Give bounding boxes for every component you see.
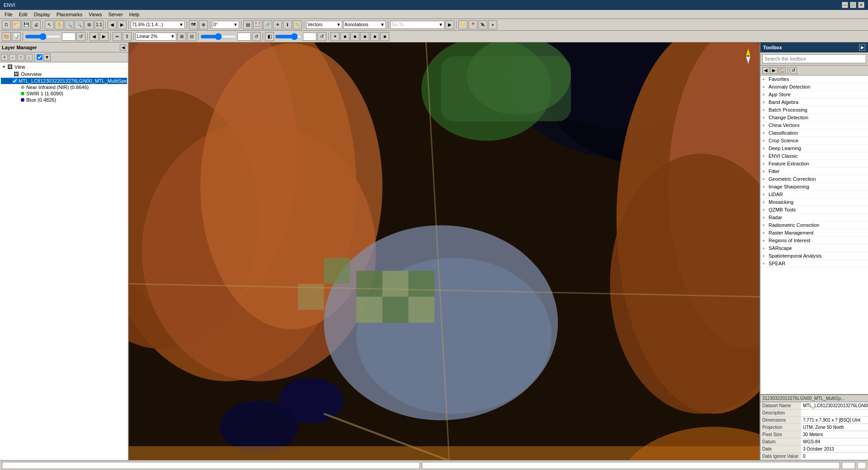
gps-btn[interactable]: 📍	[468, 20, 477, 29]
stretch-reset-btn[interactable]: ⊟	[187, 32, 196, 41]
tb-item-spear[interactable]: + SPEAR	[760, 260, 868, 268]
tb-item-mosaicking[interactable]: + Mosaicking	[760, 198, 868, 206]
close-button[interactable]: ✕	[858, 2, 864, 8]
rotation-dropdown[interactable]: 0° ▼	[212, 21, 239, 29]
map-view[interactable]: N	[129, 42, 760, 460]
tree-item-layer[interactable]: ▼ MTL_LC81230322013276LGN00_MTL_MultiSpe…	[1, 78, 127, 84]
tb-item-feature-extraction[interactable]: + Feature Extraction	[760, 160, 868, 168]
maximize-button[interactable]: □	[850, 2, 856, 8]
menu-server[interactable]: Server	[105, 11, 125, 18]
stretch-apply-btn[interactable]: ⊞	[177, 32, 186, 41]
tb-item-favorites[interactable]: + Favorites	[760, 75, 868, 83]
lm-add-btn[interactable]: +	[1, 54, 8, 61]
crosshair-btn[interactable]: ⊕	[199, 20, 208, 29]
layer-checkbox[interactable]	[12, 78, 18, 84]
color3-btn[interactable]: ■	[360, 32, 369, 41]
color4-btn[interactable]: ■	[370, 32, 379, 41]
tb-item-deep-learning[interactable]: + Deep Learning	[760, 145, 868, 152]
tb-item-china-vectors[interactable]: + China Vectors	[760, 122, 868, 129]
tb-item-roi[interactable]: + Regions of Interest	[760, 237, 868, 244]
tb-refresh-btn[interactable]: ↺	[790, 67, 797, 74]
print-btn[interactable]: 🖨	[32, 20, 41, 29]
tb-item-radar[interactable]: + Radar	[760, 214, 868, 221]
tb-item-appstore[interactable]: + App Store	[760, 91, 868, 99]
brightness-value[interactable]: 10	[237, 33, 251, 41]
menu-display[interactable]: Display	[31, 11, 53, 18]
menu-file[interactable]: File	[2, 11, 15, 18]
linear-dropdown[interactable]: Linear 2% ▼	[136, 33, 176, 41]
minimize-button[interactable]: —	[842, 2, 848, 8]
tb-item-radiometric[interactable]: + Radiometric Correction	[760, 221, 868, 229]
brightness-refresh-btn[interactable]: ↺	[252, 32, 261, 41]
refresh-btn[interactable]: ↺	[76, 32, 85, 41]
tb-item-classification[interactable]: + Classification	[760, 129, 868, 137]
color5-btn[interactable]: ■	[380, 32, 389, 41]
lm-remove-btn[interactable]: -	[9, 54, 16, 61]
zoom-out-btn[interactable]: 🔍	[75, 20, 84, 29]
tb-back-btn[interactable]: ◀	[762, 67, 769, 74]
lm-up-btn[interactable]: ↑	[17, 54, 24, 61]
zoom-fit-btn[interactable]: ⊞	[85, 20, 94, 29]
tree-item-band2[interactable]: SWIR 1 (1.6090)	[1, 90, 127, 97]
tb-item-geometric[interactable]: + Geometric Correction	[760, 175, 868, 183]
brightness-slider[interactable]	[25, 33, 61, 40]
color2-btn[interactable]: ■	[350, 32, 359, 41]
tree-item-view[interactable]: ▼ 🖼 View	[1, 63, 127, 70]
info-btn[interactable]: ℹ	[283, 20, 292, 29]
tree-item-band1[interactable]: Near Infrared (NIR) (0.8646)	[1, 84, 127, 90]
roam-btn[interactable]: 🗺	[189, 20, 198, 29]
vectors-dropdown[interactable]: Vectors ▼	[306, 21, 342, 29]
tree-item-overview[interactable]: 🖼 Overview	[1, 70, 127, 78]
new-btn[interactable]: 🗋	[2, 20, 11, 29]
link-btn[interactable]: 🔗	[263, 20, 272, 29]
tb-item-crop-science[interactable]: + Crop Science	[760, 137, 868, 145]
opacity-slider[interactable]	[275, 33, 302, 40]
satellite-btn[interactable]: 🛰	[478, 20, 487, 29]
prev-stretch-btn[interactable]: ◀	[90, 32, 99, 41]
tb-item-image-sharp[interactable]: + Image Sharpening	[760, 183, 868, 191]
menu-placemarks[interactable]: Placemarks	[54, 11, 85, 18]
goto-btn[interactable]: ▶	[445, 20, 454, 29]
tb-item-envi-classic[interactable]: + ENVI Classic	[760, 152, 868, 160]
bookmark-btn[interactable]: ⭐	[458, 20, 467, 29]
histogram-btn[interactable]: 📊	[12, 32, 21, 41]
fullscreen-btn[interactable]: ⛶	[253, 20, 262, 29]
green-btn[interactable]: ●	[488, 20, 497, 29]
tb-item-anomaly[interactable]: + Anomaly Detection	[760, 83, 868, 91]
color1-btn[interactable]: ■	[340, 32, 349, 41]
sharpen-btn[interactable]: ✦	[330, 32, 340, 41]
lm-dropdown-btn[interactable]: ▼	[43, 54, 51, 61]
menu-help[interactable]: Help	[127, 11, 142, 18]
tb-item-raster[interactable]: + Raster Management	[760, 229, 868, 237]
save-btn[interactable]: 💾	[22, 20, 31, 29]
goto-dropdown[interactable]: Go To ▼	[390, 21, 444, 29]
contrast-value[interactable]: 0	[303, 33, 316, 41]
tb-item-lidar[interactable]: + LiDAR	[760, 191, 868, 198]
flip-h-btn[interactable]: ⇔	[113, 32, 122, 41]
tb-pin-btn[interactable]: ▶	[859, 44, 865, 51]
stretch-value[interactable]: 20	[62, 33, 75, 41]
flip-v-btn[interactable]: ⇕	[123, 32, 132, 41]
forward-btn[interactable]: ▶	[118, 20, 127, 29]
tb-item-filter[interactable]: + Filter	[760, 168, 868, 175]
back-btn[interactable]: ◀	[108, 20, 117, 29]
band-select-btn[interactable]: 🎨	[2, 32, 11, 41]
menu-edit[interactable]: Edit	[16, 11, 30, 18]
gamma-slider[interactable]	[200, 33, 236, 40]
zoom-1-btn[interactable]: 1:1	[94, 20, 104, 29]
cursor-btn[interactable]: ↖	[45, 20, 54, 29]
lm-pin-btn[interactable]: ◀	[120, 44, 126, 51]
lm-checkbox[interactable]	[37, 54, 42, 60]
pan-btn[interactable]: ✋	[55, 20, 64, 29]
open-btn[interactable]: 📂	[12, 20, 21, 29]
contrast-refresh-btn[interactable]: ↺	[317, 32, 326, 41]
zoom-in-btn[interactable]: 🔍	[65, 20, 74, 29]
menu-views[interactable]: Views	[86, 11, 104, 18]
lm-down-btn[interactable]: ↓	[25, 54, 33, 61]
fly-btn[interactable]: ✈	[273, 20, 282, 29]
overview-btn[interactable]: ▤	[243, 20, 252, 29]
next-stretch-btn[interactable]: ▶	[99, 32, 108, 41]
tb-search-input[interactable]	[762, 54, 866, 63]
tb-item-change-detection[interactable]: + Change Detection	[760, 114, 868, 122]
tb-home-btn[interactable]: 🏠	[778, 67, 786, 74]
